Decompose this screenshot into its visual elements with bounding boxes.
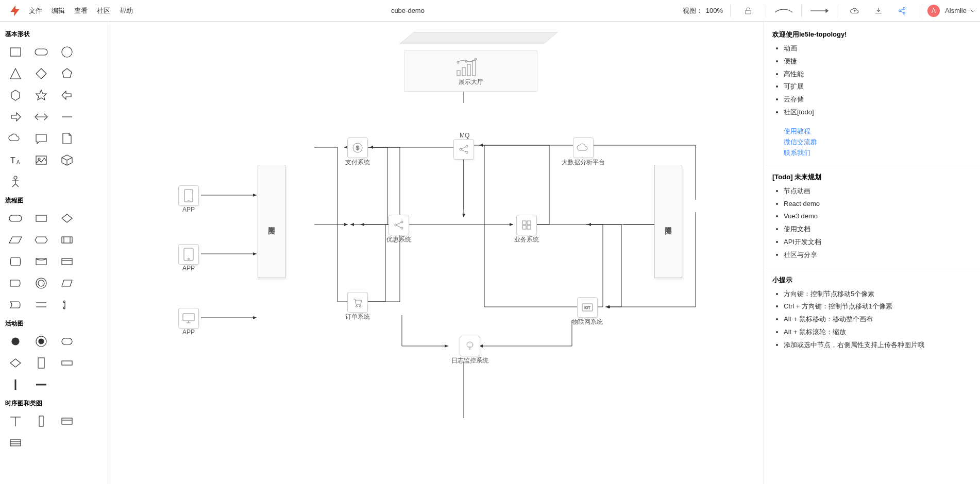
svg-point-72 <box>356 306 358 307</box>
svg-rect-5 <box>10 48 21 56</box>
basic-shape-12[interactable] <box>3 128 28 149</box>
basic-shape-2[interactable] <box>55 42 79 62</box>
user-avatar[interactable]: A <box>927 5 940 17</box>
item-rp-feat-4: 云存储 <box>784 94 972 105</box>
flow-shape-2[interactable] <box>55 208 79 229</box>
svg-point-3 <box>903 7 905 9</box>
svg-rect-80 <box>527 226 531 229</box>
menu-view[interactable]: 查看 <box>74 6 88 15</box>
chevron-down-icon[interactable] <box>970 8 976 14</box>
node-coupon[interactable]: 优惠系统 <box>386 215 411 244</box>
basic-shape-18[interactable] <box>3 171 28 192</box>
node-bigdata[interactable]: 大数据分析平台 <box>562 137 605 167</box>
section-seq: 时序图和类图 <box>5 399 105 408</box>
svg-rect-28 <box>62 338 72 344</box>
node-log[interactable]: 日志监控系统 <box>451 336 488 365</box>
flow-shape-8[interactable] <box>55 251 79 272</box>
basic-shape-4[interactable] <box>29 63 54 84</box>
link-rp-links-0[interactable]: 使用教程 <box>772 127 972 136</box>
node-pay[interactable]: $支付系统 <box>345 137 370 167</box>
svg-rect-77 <box>522 221 526 224</box>
flow-shape-13[interactable] <box>29 295 54 315</box>
seq-shape-3[interactable] <box>3 433 28 453</box>
share-icon[interactable] <box>892 1 913 21</box>
user-name[interactable]: Alsmile <box>945 7 967 14</box>
activity-shape-6[interactable] <box>3 374 28 395</box>
cloud-upload-icon[interactable] <box>844 1 865 21</box>
menu-edit[interactable]: 编辑 <box>52 6 65 15</box>
node-gateway-left[interactable]: 应用网关 <box>258 165 285 278</box>
flow-shape-3[interactable] <box>3 230 28 250</box>
node-order[interactable]: 订单系统 <box>345 292 370 321</box>
activity-shape-2[interactable] <box>55 331 79 352</box>
flow-shape-7[interactable] <box>29 251 54 272</box>
svg-rect-56 <box>472 60 476 76</box>
basic-shape-8[interactable] <box>55 85 79 106</box>
flow-shape-1[interactable] <box>29 208 54 229</box>
link-rp-links-2[interactable]: 联系我们 <box>772 148 972 158</box>
menu-help[interactable]: 帮助 <box>120 6 133 15</box>
flow-shape-14[interactable] <box>55 295 79 315</box>
basic-shape-7[interactable] <box>29 85 54 106</box>
lock-icon[interactable] <box>738 1 758 21</box>
node-mq[interactable] <box>453 139 474 160</box>
activity-shape-4[interactable] <box>29 353 54 373</box>
item-rp-todo-5: 社区与分享 <box>784 250 972 261</box>
node-biz[interactable]: 业务系统 <box>514 215 539 244</box>
node-app1[interactable]: APP <box>178 185 199 213</box>
seq-shape-0[interactable] <box>3 411 28 431</box>
basic-shape-0[interactable] <box>3 42 28 62</box>
node-gateway-right[interactable]: 应用网关 <box>654 165 682 278</box>
svg-point-25 <box>12 338 19 345</box>
flow-shape-5[interactable] <box>55 230 79 250</box>
basic-shape-5[interactable] <box>55 63 79 84</box>
basic-shape-13[interactable] <box>29 128 54 149</box>
node-app3[interactable]: APP <box>178 308 199 336</box>
zoom-value[interactable]: 100% <box>706 7 723 14</box>
basic-shape-16[interactable] <box>29 150 54 170</box>
basic-shape-14[interactable] <box>55 128 79 149</box>
basic-shape-6[interactable] <box>3 85 28 106</box>
flow-shape-4[interactable] <box>29 230 54 250</box>
document-title: cube-demo <box>133 7 683 14</box>
section-activity: 活动图 <box>5 319 105 328</box>
basic-shape-3[interactable] <box>3 63 28 84</box>
activity-shape-0[interactable] <box>3 331 28 352</box>
basic-shape-1[interactable] <box>29 42 54 62</box>
tips-title: 小提示 <box>772 275 972 285</box>
svg-point-4 <box>903 12 905 14</box>
seq-shape-2[interactable] <box>55 411 79 431</box>
flow-shape-0[interactable] <box>3 208 28 229</box>
activity-shape-3[interactable] <box>3 353 28 373</box>
node-app2[interactable]: APP <box>178 244 199 272</box>
node-platform[interactable]: 展示大厅 <box>399 32 544 99</box>
arrow-style-icon[interactable] <box>809 1 830 21</box>
svg-text:$: $ <box>356 145 359 151</box>
basic-shape-17[interactable] <box>55 150 79 170</box>
basic-shape-15[interactable]: TA <box>3 150 28 170</box>
activity-shape-7[interactable] <box>29 374 54 395</box>
svg-point-70 <box>401 221 403 223</box>
activity-shape-1[interactable] <box>29 331 54 352</box>
svg-text:IOT: IOT <box>584 306 590 309</box>
flow-shape-6[interactable] <box>3 251 28 272</box>
flow-shape-9[interactable] <box>3 273 28 293</box>
seq-shape-1[interactable] <box>29 411 54 431</box>
svg-point-69 <box>395 224 397 226</box>
link-rp-links-1[interactable]: 微信交流群 <box>772 137 972 147</box>
curve-line-icon[interactable] <box>773 1 794 21</box>
basic-shape-9[interactable] <box>3 107 28 127</box>
download-icon[interactable] <box>868 1 889 21</box>
flow-shape-11[interactable] <box>55 273 79 293</box>
activity-shape-5[interactable] <box>55 353 79 373</box>
basic-shape-10[interactable] <box>29 107 54 127</box>
node-iot[interactable]: IOT物联网系统 <box>572 297 603 326</box>
basic-shape-11[interactable] <box>55 107 79 127</box>
menu-file[interactable]: 文件 <box>29 6 42 15</box>
flow-shape-12[interactable] <box>3 295 28 315</box>
menu-community[interactable]: 社区 <box>97 6 110 15</box>
welcome-title: 欢迎使用le5le-topology! <box>772 30 972 39</box>
flow-shape-10[interactable] <box>29 273 54 293</box>
item-rp-tips-2: Alt + 鼠标移动：移动整个画布 <box>784 314 972 325</box>
canvas[interactable]: 展示大厅 APP APP APP 应用网关 应用网关 $支付系统 优惠系统 订单… <box>108 22 764 484</box>
